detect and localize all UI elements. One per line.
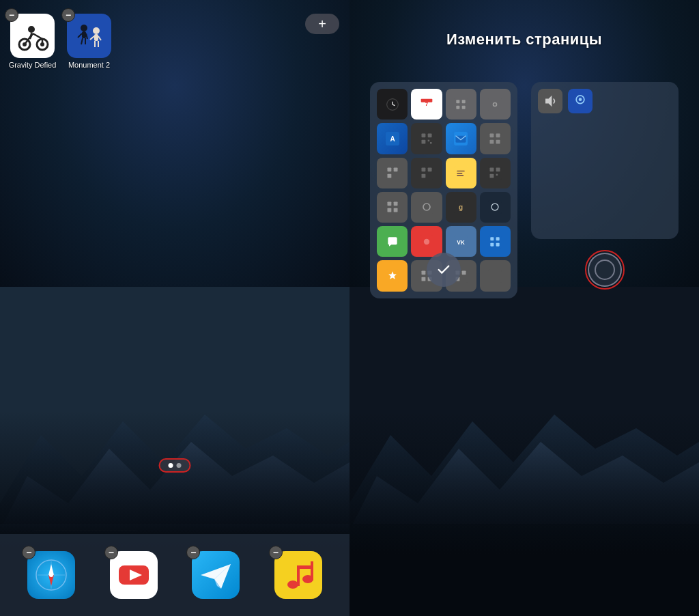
mini-icon-multitools (377, 158, 408, 188)
mini-icon-qr3 (480, 158, 511, 188)
remove-badge-gravity[interactable]: − (5, 8, 18, 22)
mini-icon-p2-blue (568, 89, 593, 113)
svg-rect-25 (94, 34, 98, 41)
mini-icon-qr1 (411, 123, 442, 154)
svg-rect-87 (428, 168, 432, 172)
svg-point-14 (28, 26, 35, 33)
svg-point-134 (579, 98, 582, 101)
mini-icon-settings (480, 89, 511, 120)
page1-check-button[interactable] (427, 253, 461, 287)
svg-text:g: g (459, 204, 463, 212)
svg-rect-6 (12, 16, 53, 57)
plus-icon: + (318, 16, 326, 32)
svg-rect-80 (496, 140, 500, 144)
svg-point-36 (49, 573, 53, 577)
svg-point-65 (494, 103, 496, 105)
bottom-gradient-right (350, 411, 699, 616)
dock-item-youtube[interactable]: − (110, 551, 158, 599)
svg-rect-91 (457, 173, 462, 174)
dock-item-telegram[interactable]: − (192, 551, 240, 599)
mini-icon-goodlinks (411, 192, 442, 223)
svg-rect-94 (490, 168, 494, 172)
app-label-monument: Monument 2 (68, 61, 110, 69)
svg-rect-97 (496, 174, 498, 176)
remove-badge-monument[interactable]: − (61, 8, 75, 22)
mini-icon-grid1 (480, 123, 511, 154)
svg-point-111 (424, 238, 429, 244)
svg-text:A: A (390, 135, 395, 143)
svg-rect-69 (421, 133, 425, 137)
svg-text:VK: VK (457, 239, 465, 246)
mini-icon-calendar: 7 (411, 89, 442, 120)
page2-circle-cell (531, 253, 679, 287)
svg-rect-99 (387, 202, 391, 206)
right-panel: Изменить страницы 7 A (350, 0, 699, 616)
mini-icon-steam (480, 192, 511, 223)
app-icon-safari (27, 551, 75, 599)
svg-rect-88 (421, 174, 425, 178)
svg-rect-70 (428, 133, 432, 137)
svg-rect-62 (462, 105, 466, 109)
mini-icon-goodreads: g (446, 192, 476, 223)
svg-rect-84 (387, 174, 391, 178)
svg-rect-86 (421, 168, 425, 172)
mini-icon-qr2 (411, 158, 442, 188)
svg-rect-92 (457, 175, 463, 176)
app-item-monument2[interactable]: − (63, 14, 115, 69)
mini-icon-gray1 (446, 89, 476, 120)
change-pages-title: Изменить страницы (350, 31, 699, 48)
svg-rect-90 (457, 171, 465, 172)
app-icon-wrapper-gravity: − (10, 14, 55, 58)
svg-rect-58 (454, 98, 468, 111)
add-page-button[interactable]: + (305, 14, 339, 34)
svg-rect-96 (490, 174, 494, 178)
svg-point-18 (81, 25, 87, 31)
remove-badge-capo[interactable]: − (269, 546, 283, 559)
app-icon-youtube (110, 551, 158, 599)
svg-rect-95 (496, 168, 500, 172)
dock-item-capo[interactable]: − (274, 551, 322, 599)
home-screen-apps: − (7, 14, 115, 69)
page2-circle-button[interactable] (588, 253, 622, 287)
app-label-gravity: Gravity Defied (9, 61, 57, 69)
svg-point-45 (287, 580, 298, 589)
svg-rect-100 (393, 202, 397, 206)
svg-point-24 (93, 27, 100, 34)
app-icon-capo (274, 551, 322, 599)
svg-rect-78 (496, 133, 500, 137)
svg-rect-102 (393, 208, 397, 212)
svg-rect-77 (490, 133, 494, 137)
svg-rect-49 (311, 561, 313, 580)
page-dot-1 (169, 463, 173, 468)
check-icon (436, 262, 451, 277)
left-panel: + − (0, 0, 350, 616)
mini-icon-notes (446, 158, 476, 188)
svg-rect-19 (82, 31, 86, 38)
dock: − − (0, 534, 350, 616)
remove-badge-youtube[interactable]: − (104, 546, 118, 559)
circle-inner (595, 260, 615, 280)
svg-rect-47 (297, 565, 311, 569)
svg-rect-118 (496, 242, 500, 246)
page-dot-2 (177, 463, 182, 468)
svg-rect-61 (456, 105, 459, 109)
dock-item-safari[interactable]: − (27, 551, 75, 599)
svg-rect-79 (490, 140, 494, 144)
mini-icon-appstore: A (377, 123, 408, 154)
page-thumb-2-icons (538, 89, 672, 113)
svg-rect-17 (69, 16, 110, 57)
svg-rect-117 (491, 242, 494, 246)
svg-rect-83 (393, 168, 397, 172)
page1-check-cell (370, 253, 517, 287)
svg-rect-82 (387, 168, 391, 172)
app-item-gravity-defied[interactable]: − (7, 14, 58, 69)
app-icon-telegram (192, 551, 240, 599)
page-thumbnail-2[interactable] (531, 82, 679, 239)
app-icon-gravity (10, 14, 55, 58)
page-action-buttons (370, 253, 679, 287)
svg-rect-59 (456, 100, 459, 103)
svg-rect-71 (421, 140, 425, 144)
app-icon-wrapper-monument: − (67, 14, 111, 58)
svg-rect-73 (430, 142, 432, 144)
mini-icon-p2-sound (538, 89, 562, 113)
